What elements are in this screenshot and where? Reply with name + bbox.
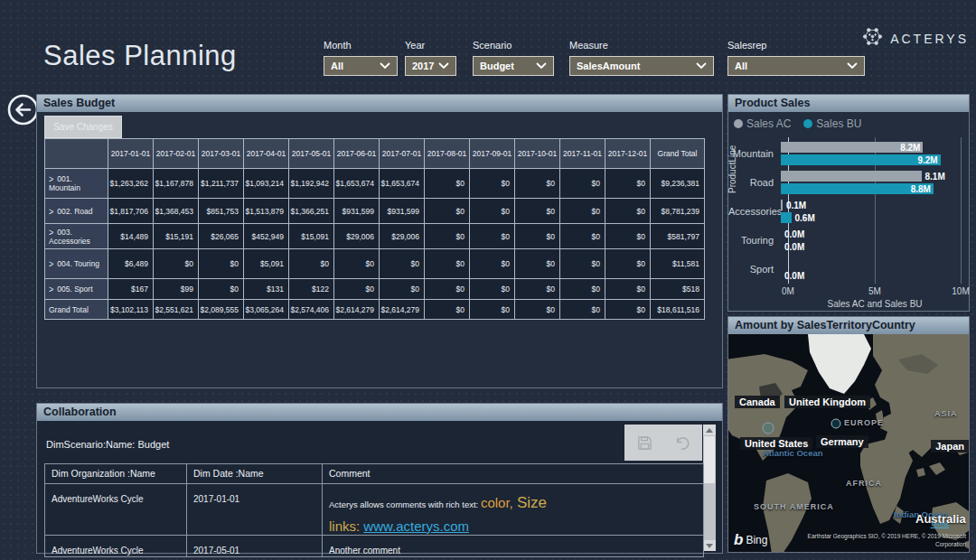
budget-value-cell[interactable]: $0 (605, 279, 651, 300)
category-label[interactable]: Touring (728, 235, 781, 246)
budget-value-cell[interactable]: $851,753 (199, 199, 244, 224)
budget-value-cell[interactable]: $167 (108, 279, 154, 300)
budget-value-cell[interactable]: $0 (515, 249, 560, 279)
save-changes-button[interactable]: Save Changes (44, 116, 122, 138)
row-header[interactable]: >001. Mountain (45, 169, 108, 199)
row-header[interactable]: >004. Touring (45, 249, 108, 279)
legend-sales-ac[interactable]: Sales AC (734, 117, 791, 130)
budget-value-cell[interactable]: $0 (425, 199, 470, 224)
budget-value-cell[interactable]: $0 (334, 279, 380, 300)
row-header[interactable]: >005. Sport (45, 279, 108, 300)
comment-date-cell[interactable]: 2017-05-01 (187, 536, 323, 557)
measure-dropdown[interactable]: SalesAmount (569, 56, 714, 76)
budget-value-cell[interactable]: $0 (515, 300, 560, 320)
budget-value-cell[interactable]: $0 (515, 224, 560, 249)
budget-value-cell[interactable]: $0 (605, 169, 651, 199)
budget-value-cell[interactable]: $1,653,674 (380, 169, 425, 199)
expand-chevron-icon[interactable]: > (49, 206, 53, 217)
bar-sales-ac[interactable]: 8.2M (781, 142, 923, 153)
comment-org-cell[interactable]: AdventureWorks Cycle (45, 536, 187, 557)
bar-sales-ac[interactable] (781, 171, 922, 182)
budget-value-cell[interactable]: $15,091 (289, 224, 334, 249)
budget-value-cell[interactable]: $452,949 (244, 224, 289, 249)
budget-value-cell[interactable]: $1,513,879 (244, 199, 289, 224)
bar-sales-bu[interactable] (781, 212, 792, 223)
scroll-down-arrow[interactable] (703, 540, 716, 551)
budget-value-cell[interactable]: $0 (560, 199, 605, 224)
budget-value-cell[interactable]: $29,006 (334, 224, 380, 249)
save-comment-button[interactable] (636, 434, 653, 452)
salesrep-dropdown[interactable]: All (727, 56, 865, 76)
budget-value-cell[interactable]: $931,599 (334, 199, 380, 224)
budget-value-cell[interactable]: $0 (560, 249, 605, 279)
comment-org-cell[interactable]: AdventureWorks Cycle (45, 484, 187, 536)
budget-value-cell[interactable]: $1,368,453 (154, 199, 199, 224)
budget-value-cell[interactable]: $8,781,239 (651, 199, 705, 224)
budget-value-cell[interactable]: $0 (560, 300, 605, 320)
budget-value-cell[interactable]: $0 (289, 249, 334, 279)
back-button[interactable] (6, 93, 40, 126)
budget-value-cell[interactable]: $1,192,942 (289, 169, 334, 199)
category-label[interactable]: Sport (728, 264, 781, 275)
budget-value-cell[interactable]: $581,797 (651, 224, 705, 249)
budget-value-cell[interactable]: $0 (470, 169, 515, 199)
budget-value-cell[interactable]: $1,093,214 (244, 169, 289, 199)
bar-sales-bu[interactable]: 9.2M (781, 154, 941, 165)
scroll-up-arrow[interactable] (703, 425, 716, 435)
budget-value-cell[interactable]: $26,065 (199, 224, 244, 249)
budget-value-cell[interactable]: $5,091 (244, 249, 289, 279)
budget-value-cell[interactable]: $0 (515, 199, 560, 224)
budget-value-cell[interactable]: $0 (425, 249, 470, 279)
budget-value-cell[interactable]: $0 (560, 279, 605, 300)
budget-value-cell[interactable]: $0 (425, 279, 470, 300)
budget-value-cell[interactable]: $0 (425, 169, 470, 199)
budget-value-cell[interactable]: $0 (380, 279, 425, 300)
budget-value-cell[interactable]: $931,599 (380, 199, 425, 224)
undo-button[interactable] (673, 434, 690, 452)
expand-chevron-icon[interactable]: > (49, 284, 53, 294)
year-dropdown[interactable]: 2017 (405, 56, 456, 76)
budget-value-cell[interactable]: $0 (560, 224, 605, 249)
budget-value-cell[interactable]: $0 (605, 300, 651, 320)
budget-value-cell[interactable]: $1,211,737 (199, 169, 244, 199)
category-label[interactable]: Accessories (728, 206, 781, 217)
row-header[interactable]: Grand Total (45, 300, 108, 320)
budget-value-cell[interactable]: $1,366,251 (289, 199, 334, 224)
budget-value-cell[interactable]: $0 (425, 300, 470, 320)
budget-value-cell[interactable]: $0 (470, 300, 515, 320)
budget-value-cell[interactable]: $1,653,674 (334, 169, 380, 199)
budget-value-cell[interactable]: $0 (380, 249, 425, 279)
budget-value-cell[interactable]: $0 (334, 249, 380, 279)
row-header[interactable]: >002. Road (45, 199, 108, 224)
comment-date-cell[interactable]: 2017-01-01 (187, 484, 323, 536)
budget-value-cell[interactable]: $0 (470, 279, 515, 300)
category-label[interactable]: Mountain (728, 148, 781, 159)
month-dropdown[interactable]: All (324, 56, 398, 76)
comments-scrollbar[interactable] (703, 425, 716, 551)
budget-value-cell[interactable]: $0 (560, 169, 605, 199)
budget-value-cell[interactable]: $0 (605, 199, 651, 224)
budget-value-cell[interactable]: $2,551,621 (154, 300, 199, 320)
budget-value-cell[interactable]: $29,006 (380, 224, 425, 249)
bar-sales-bu[interactable]: 8.8M (781, 183, 934, 194)
expand-chevron-icon[interactable]: > (49, 227, 53, 238)
budget-value-cell[interactable]: $14,489 (108, 224, 154, 249)
budget-value-cell[interactable]: $0 (515, 279, 560, 300)
comment-text-cell[interactable]: Acterys allows comments with rich text: … (323, 484, 704, 536)
budget-value-cell[interactable]: $2,089,555 (199, 300, 244, 320)
budget-value-cell[interactable]: $15,191 (154, 224, 199, 249)
budget-value-cell[interactable]: $0 (605, 249, 651, 279)
expand-chevron-icon[interactable]: > (49, 258, 53, 269)
budget-value-cell[interactable]: $99 (154, 279, 199, 300)
budget-value-cell[interactable]: $2,574,406 (289, 300, 334, 320)
budget-value-cell[interactable]: $11,581 (651, 249, 705, 279)
world-map[interactable]: Canada United Kingdom EUROPE ASIA United… (728, 334, 969, 552)
category-label[interactable]: Road (728, 177, 781, 188)
budget-value-cell[interactable]: $9,236,381 (651, 169, 705, 199)
expand-chevron-icon[interactable]: > (49, 173, 53, 184)
budget-value-cell[interactable]: $0 (470, 199, 515, 224)
budget-value-cell[interactable]: $3,065,264 (244, 300, 289, 320)
budget-value-cell[interactable]: $18,611,516 (651, 300, 705, 320)
budget-value-cell[interactable]: $2,614,279 (380, 300, 425, 320)
legend-sales-bu[interactable]: Sales BU (803, 117, 861, 130)
